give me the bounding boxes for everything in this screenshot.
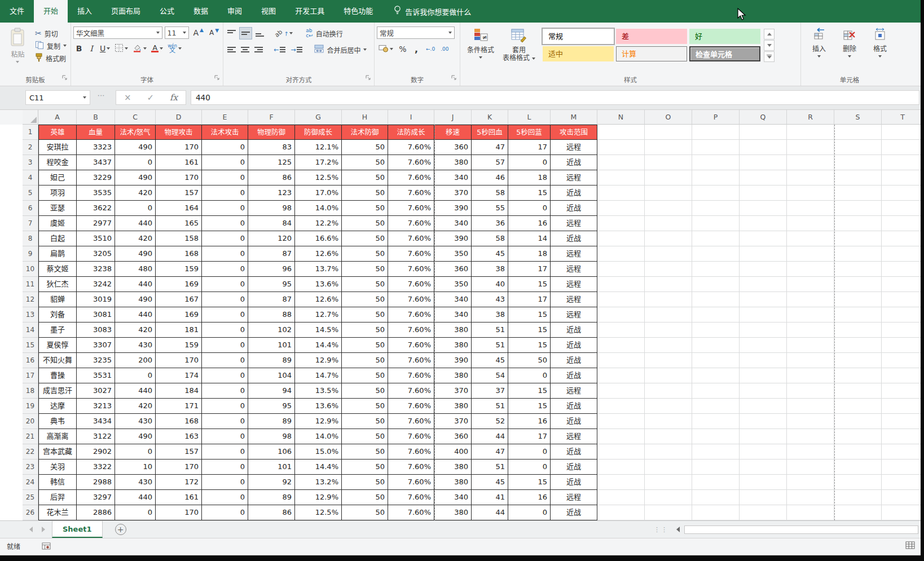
cell-I7[interactable]: 7.60%: [388, 216, 434, 231]
phonetic-guide-button[interactable]: wén 文: [166, 42, 183, 55]
cell-A8[interactable]: 白起: [38, 231, 77, 246]
scrollbar-splitter[interactable]: ⋮⋮: [654, 526, 668, 533]
cell-K13[interactable]: 38: [472, 307, 508, 323]
row-header-8[interactable]: 8: [23, 231, 38, 246]
cell-C19[interactable]: 420: [115, 399, 156, 414]
cell-A1[interactable]: 英雄: [38, 125, 77, 140]
cell-E23[interactable]: 0: [202, 460, 248, 475]
cell-D7[interactable]: 165: [156, 216, 202, 231]
cell-L18[interactable]: 15: [508, 383, 551, 399]
cell-T13[interactable]: [882, 307, 924, 323]
cell-P21[interactable]: [692, 429, 740, 444]
middle-align-button[interactable]: [239, 27, 252, 39]
cell-P5[interactable]: [692, 185, 740, 201]
cell-M26[interactable]: 近战: [551, 505, 597, 520]
cell-M6[interactable]: 近战: [551, 201, 597, 216]
cell-J21[interactable]: 360: [434, 429, 472, 444]
next-sheet-icon[interactable]: [42, 527, 45, 532]
cell-H8[interactable]: 50: [342, 231, 388, 246]
column-header-K[interactable]: K: [472, 110, 508, 125]
cell-D11[interactable]: 169: [156, 277, 202, 292]
cell-G9[interactable]: 12.6%: [295, 246, 342, 262]
cell-N23[interactable]: [597, 460, 645, 475]
cell-M19[interactable]: 近战: [551, 399, 597, 414]
row-header-18[interactable]: 18: [23, 383, 38, 399]
cell-N18[interactable]: [597, 383, 645, 399]
cell-P16[interactable]: [692, 353, 740, 368]
cell-G5[interactable]: 17.0%: [295, 185, 342, 201]
format-painter-button[interactable]: 格式刷: [33, 52, 68, 64]
cell-J17[interactable]: 380: [434, 368, 472, 383]
cell-M10[interactable]: 远程: [551, 262, 597, 277]
row-header-26[interactable]: 26: [23, 505, 38, 520]
row-header-7[interactable]: 7: [23, 216, 38, 231]
cell-Q24[interactable]: [740, 475, 787, 490]
cell-P11[interactable]: [692, 277, 740, 292]
cell-J25[interactable]: 340: [434, 490, 472, 505]
cell-O24[interactable]: [645, 475, 692, 490]
cell-K5[interactable]: 58: [472, 185, 508, 201]
cell-T18[interactable]: [882, 383, 924, 399]
cell-H1[interactable]: 法术防御: [342, 125, 388, 140]
cell-L2[interactable]: 17: [508, 140, 551, 155]
cell-E17[interactable]: 0: [202, 368, 248, 383]
cell-Q11[interactable]: [740, 277, 787, 292]
cell-D14[interactable]: 181: [156, 323, 202, 338]
column-header-I[interactable]: I: [388, 110, 434, 125]
row-header-25[interactable]: 25: [23, 490, 38, 505]
cell-D2[interactable]: 170: [156, 140, 202, 155]
cell-G12[interactable]: 12.6%: [295, 292, 342, 307]
cell-H15[interactable]: 50: [342, 338, 388, 353]
cell-D4[interactable]: 170: [156, 170, 202, 185]
cell-O20[interactable]: [645, 414, 692, 429]
delete-cells-button[interactable]: 删除: [835, 24, 864, 74]
cell-S5[interactable]: [834, 185, 882, 201]
row-header-20[interactable]: 20: [23, 414, 38, 429]
cell-A19[interactable]: 达摩: [38, 399, 77, 414]
cell-P26[interactable]: [692, 505, 740, 520]
comma-style-button[interactable]: ,: [411, 43, 422, 55]
cell-S3[interactable]: [834, 155, 882, 170]
cell-L14[interactable]: 15: [508, 323, 551, 338]
cell-M2[interactable]: 远程: [551, 140, 597, 155]
cell-D1[interactable]: 物理攻击: [156, 125, 202, 140]
cell-S19[interactable]: [834, 399, 882, 414]
cell-K3[interactable]: 57: [472, 155, 508, 170]
cell-J14[interactable]: 380: [434, 323, 472, 338]
cell-N9[interactable]: [597, 246, 645, 262]
column-header-P[interactable]: P: [692, 110, 740, 125]
cell-T2[interactable]: [882, 140, 924, 155]
horizontal-scrollbar[interactable]: [676, 525, 918, 534]
cell-H9[interactable]: 50: [342, 246, 388, 262]
cell-Q14[interactable]: [740, 323, 787, 338]
cell-R14[interactable]: [787, 323, 834, 338]
cell-D18[interactable]: 184: [156, 383, 202, 399]
cell-C26[interactable]: 0: [115, 505, 156, 520]
cell-E26[interactable]: 0: [202, 505, 248, 520]
cell-I20[interactable]: 7.60%: [388, 414, 434, 429]
increase-indent-button[interactable]: →: [289, 43, 304, 56]
cell-I25[interactable]: 7.60%: [388, 490, 434, 505]
cell-S6[interactable]: [834, 201, 882, 216]
decrease-font-button[interactable]: A▼: [208, 26, 221, 39]
cell-A13[interactable]: 刘备: [38, 307, 77, 323]
cell-D15[interactable]: 159: [156, 338, 202, 353]
cell-N17[interactable]: [597, 368, 645, 383]
cell-B12[interactable]: 3019: [77, 292, 115, 307]
cell-O18[interactable]: [645, 383, 692, 399]
orientation-button[interactable]: ab ↗: [273, 27, 294, 39]
cell-E12[interactable]: 0: [202, 292, 248, 307]
cell-L20[interactable]: 16: [508, 414, 551, 429]
cell-F3[interactable]: 125: [248, 155, 295, 170]
cell-A26[interactable]: 花木兰: [38, 505, 77, 520]
insert-function-icon[interactable]: fx: [170, 92, 178, 103]
cell-C1[interactable]: 法术/怒气: [115, 125, 156, 140]
cell-Q12[interactable]: [740, 292, 787, 307]
cell-J12[interactable]: 340: [434, 292, 472, 307]
cell-S18[interactable]: [834, 383, 882, 399]
cell-R26[interactable]: [787, 505, 834, 520]
cell-A23[interactable]: 关羽: [38, 460, 77, 475]
cell-E18[interactable]: 0: [202, 383, 248, 399]
cell-S8[interactable]: [834, 231, 882, 246]
cell-E16[interactable]: 0: [202, 353, 248, 368]
